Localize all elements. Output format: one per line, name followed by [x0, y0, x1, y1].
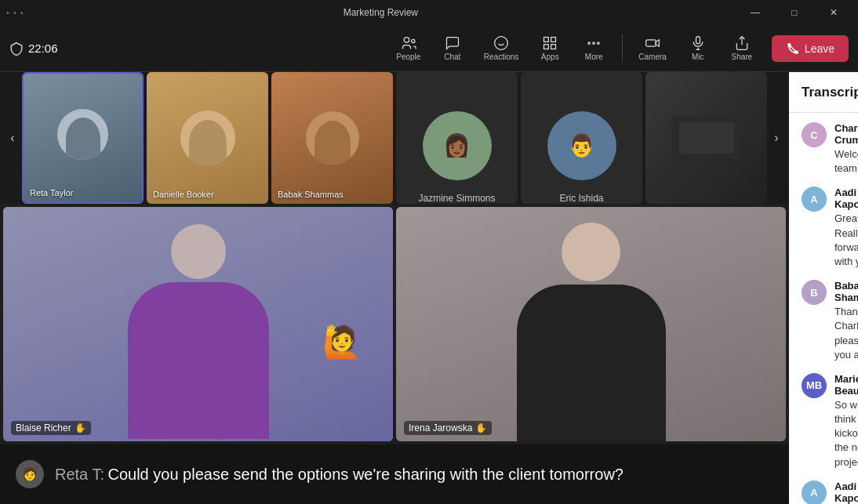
svg-rect-7 [544, 45, 549, 49]
svg-point-11 [598, 42, 600, 45]
strip-thumbnails: Reta Taylor Danielle Booker [22, 72, 767, 204]
video-cell-irena: Irena Jarowska ✋ [396, 207, 786, 441]
close-button[interactable]: ✕ [816, 0, 852, 25]
message-content: Charlotte De Crum 11:23 AM Welcome to th… [834, 122, 858, 176]
apps-icon [542, 35, 558, 51]
svg-rect-6 [551, 38, 556, 42]
svg-rect-14 [696, 37, 700, 44]
people-icon [401, 35, 416, 51]
message-content: Aadi Kapoor 11:23 AM It's very exciting.… [834, 480, 858, 504]
message-content: Babak Shammas 11:23 AM Thanks for the in… [834, 280, 858, 362]
mic-button[interactable]: Mic [678, 31, 718, 66]
message-avatar: A [802, 480, 827, 504]
participant-thumb-babak[interactable]: Babak Shammas [271, 72, 393, 204]
minimize-button[interactable]: — [737, 0, 773, 25]
message-text: Great to meet you. Really looking forwar… [834, 212, 858, 269]
more-icon [586, 35, 602, 51]
transcript-message: MB Marie Beaudouin 11:23 AM So what did … [802, 373, 858, 470]
camera-icon [645, 35, 660, 51]
participant-thumb-danielle[interactable]: Danielle Booker [147, 72, 268, 204]
video-cell-blaise: 🙋 Blaise Richer ✋ [3, 207, 393, 441]
caption-content: Reta T: Could you please send the option… [55, 463, 624, 485]
svg-point-9 [588, 42, 591, 45]
svg-rect-12 [646, 40, 656, 46]
video-label-blaise: Blaise Richer ✋ [11, 421, 91, 435]
maximize-button[interactable]: □ [776, 0, 813, 25]
message-text: So what did you all think of today's kic… [834, 398, 858, 470]
phone-icon [786, 42, 800, 56]
thumb-label-babak: Babak Shammas [278, 190, 344, 199]
message-content: Aadi Kapoor 11:23 AM Great to meet you. … [834, 187, 858, 269]
message-sender: Aadi Kapoor [834, 187, 858, 210]
leave-button[interactable]: Leave [772, 35, 849, 62]
chat-button[interactable]: Chat [432, 31, 473, 66]
chat-icon [445, 35, 460, 51]
caption-bar: 🧑 Reta T: Could you please send the opti… [0, 444, 789, 504]
message-avatar: C [802, 122, 827, 147]
transcript-message: B Babak Shammas 11:23 AM Thanks for the … [802, 280, 858, 362]
people-button[interactable]: People [388, 31, 429, 66]
strip-next-button[interactable]: › [767, 78, 786, 198]
share-icon [734, 35, 750, 51]
message-sender: Aadi Kapoor [834, 480, 858, 504]
thumb-label-danielle: Danielle Booker [153, 190, 214, 199]
svg-marker-13 [656, 40, 659, 46]
timer-display: 22:06 [9, 42, 58, 56]
participant-thumb-room[interactable] [645, 72, 767, 204]
more-button[interactable]: More [573, 31, 614, 66]
svg-rect-8 [551, 45, 556, 49]
titlebar-dots: • • • [6, 8, 24, 17]
mic-icon [690, 35, 706, 51]
titlebar-controls: — □ ✕ [737, 0, 852, 25]
transcript-message: C Charlotte De Crum 11:23 AM Welcome to … [802, 122, 858, 176]
main-content: ‹ Reta Taylor [0, 72, 858, 504]
toolbar: 22:06 People Chat Reactions [0, 25, 858, 72]
message-avatar: B [802, 280, 827, 305]
svg-point-1 [412, 39, 415, 42]
video-grid: 🙋 Blaise Richer ✋ Irena Jarowska ✋ [0, 204, 789, 444]
thumb-label-reta: Reta Taylor [30, 188, 73, 198]
message-text: Welcome to the team, Babak! [834, 147, 858, 176]
svg-point-0 [404, 38, 409, 43]
reactions-button[interactable]: Reactions [476, 31, 526, 66]
share-button[interactable]: Share [722, 31, 762, 66]
participant-thumb-eric[interactable]: 👨 Eric Ishida [521, 72, 642, 204]
toolbar-icons: People Chat Reactions Apps [388, 31, 849, 66]
transcript-panel: Transcript C Charlotte De Crum 11:23 AM … [789, 72, 858, 504]
strip-prev-button[interactable]: ‹ [3, 78, 22, 198]
svg-rect-5 [544, 38, 549, 42]
message-avatar: A [802, 187, 827, 212]
transcript-message: A Aadi Kapoor 11:23 AM Great to meet you… [802, 187, 858, 269]
video-label-irena: Irena Jarowska ✋ [404, 421, 492, 435]
reactions-icon [493, 35, 509, 51]
caption-avatar: 🧑 [16, 460, 44, 488]
hand-raised-icon-irena: ✋ [475, 422, 487, 433]
apps-button[interactable]: Apps [529, 31, 570, 66]
message-sender: Babak Shammas [834, 280, 858, 303]
camera-button[interactable]: Camera [631, 31, 674, 66]
transcript-message: A Aadi Kapoor 11:23 AM It's very excitin… [802, 480, 858, 504]
message-text: Thanks for the intro, Charlotte. It's a … [834, 305, 858, 362]
shield-icon [9, 42, 24, 56]
titlebar: • • • Marketing Review — □ ✕ [0, 0, 858, 25]
svg-point-2 [495, 37, 508, 50]
video-area: ‹ Reta Taylor [0, 72, 789, 504]
titlebar-title: Marketing Review [344, 7, 418, 18]
transcript-header: Transcript [789, 72, 858, 113]
message-avatar: MB [802, 373, 827, 398]
participant-strip: ‹ Reta Taylor [0, 72, 789, 204]
message-content: Marie Beaudouin 11:23 AM So what did you… [834, 373, 858, 470]
message-sender: Marie Beaudouin [834, 373, 858, 397]
svg-point-10 [593, 42, 595, 45]
participant-thumb-jazmine[interactable]: 👩🏾 Jazmine Simmons [396, 72, 518, 204]
message-sender: Charlotte De Crum [834, 122, 858, 146]
transcript-messages: C Charlotte De Crum 11:23 AM Welcome to … [789, 113, 858, 504]
participant-thumb-reta[interactable]: Reta Taylor [22, 72, 144, 204]
hand-raised-icon: ✋ [75, 422, 86, 433]
